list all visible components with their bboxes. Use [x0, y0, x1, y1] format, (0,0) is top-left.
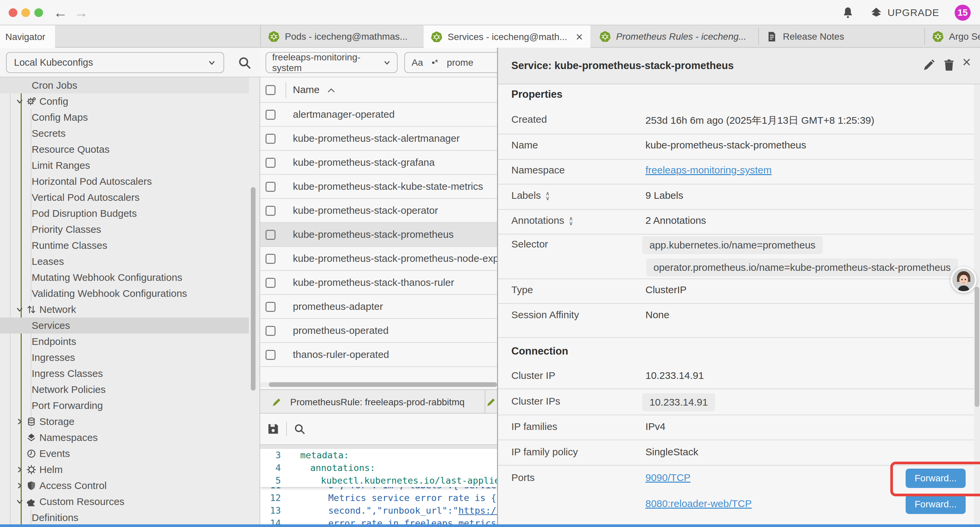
edit-pencil-icon[interactable] — [922, 58, 935, 72]
table-row[interactable]: thanos-ruler-operated — [260, 343, 497, 367]
sidebar-group-access-control[interactable]: Access Control — [0, 478, 249, 494]
labels-value[interactable]: 9 Labels — [646, 190, 683, 201]
forward-button[interactable]: → — [74, 5, 88, 21]
forward-port-button[interactable]: Forward... — [905, 495, 966, 514]
sidebar-item-events[interactable]: Events — [0, 446, 249, 462]
sidebar-item-port-forwarding[interactable]: Port Forwarding — [0, 398, 249, 414]
editor-search-icon[interactable] — [294, 423, 305, 435]
row-checkbox[interactable] — [266, 134, 275, 144]
horizontal-scrollbar[interactable] — [260, 382, 497, 387]
sidebar-item-resource-quotas[interactable]: Resource Quotas — [0, 142, 249, 158]
table-row[interactable]: alertmanager-operated — [260, 103, 497, 127]
annotations-value[interactable]: 2 Annotations — [646, 215, 706, 226]
red-highlight-annotation — [890, 462, 980, 496]
details-scrollbar-track[interactable] — [974, 84, 980, 527]
sidebar-scrollbar[interactable] — [251, 187, 256, 390]
sidebar-item-services[interactable]: Services — [0, 318, 249, 334]
expand-collapse-icon[interactable]: ∧∨ — [546, 191, 549, 201]
table-row-selected[interactable]: kube-prometheus-stack-prometheus — [260, 223, 497, 247]
row-checkbox[interactable] — [266, 206, 275, 216]
save-icon[interactable] — [267, 423, 280, 435]
sidebar-item-cron-jobs[interactable]: Cron Jobs — [0, 77, 249, 93]
sidebar-group-network[interactable]: Network — [0, 301, 249, 318]
table-row[interactable]: kube-prometheus-stack-thanos-ruler — [260, 271, 497, 295]
sidebar-group-storage[interactable]: Storage — [0, 414, 249, 430]
row-checkbox[interactable] — [266, 182, 275, 192]
close-window-button[interactable] — [9, 8, 18, 17]
sidebar-item-limit-ranges[interactable]: Limit Ranges — [0, 158, 249, 174]
sidebar-group-config[interactable]: Config — [0, 93, 249, 110]
table-row[interactable]: kube-prometheus-stack-operator — [260, 199, 497, 223]
row-checkbox[interactable] — [266, 326, 275, 336]
sidebar-item-mutating-webhook-configurations[interactable]: Mutating Webhook Configurations — [0, 269, 249, 285]
assistant-avatar[interactable] — [951, 267, 977, 293]
row-checkbox[interactable] — [266, 254, 275, 264]
sidebar-item-ingresses[interactable]: Ingresses — [0, 350, 249, 366]
sidebar-item-namespaces[interactable]: Namespaces — [0, 430, 249, 446]
properties-heading: Properties — [511, 88, 562, 100]
app-window: ← → UPGRADE 15 Navigator Pods - icecheng… — [0, 0, 980, 527]
navigator-panel-tab[interactable]: Navigator — [0, 25, 55, 48]
sidebar-item-validating-webhook-configurations[interactable]: Validating Webhook Configurations — [0, 285, 249, 301]
editor-tab-prometheusrule[interactable]: PrometheusRule: freeleaps-prod-rabbitmq — [260, 390, 485, 414]
tab-release-notes[interactable]: Release Notes — [759, 25, 924, 48]
tab-pods[interactable]: Pods - icecheng@mathmas... — [260, 25, 422, 48]
kubeconfig-selector[interactable]: Local Kubeconfigs — [6, 52, 224, 73]
tab-prometheus-rules[interactable]: Prometheus Rules - icecheng... — [592, 25, 758, 48]
sidebar-item-runtime-classes[interactable]: Runtime Classes — [0, 237, 249, 253]
name-column-header[interactable]: Name — [293, 84, 320, 96]
expand-collapse-icon[interactable]: ∧∨ — [569, 217, 573, 226]
table-row[interactable]: kube-prometheus-stack-alertmanager — [260, 127, 497, 151]
row-checkbox[interactable] — [266, 158, 275, 168]
table-row[interactable]: prometheus-operated — [260, 319, 497, 343]
sidebar-item-pod-disruption-budgets[interactable]: Pod Disruption Budgets — [0, 205, 249, 221]
editor-tab-partial[interactable] — [486, 390, 497, 414]
bell-icon[interactable] — [842, 6, 854, 19]
sidebar-item-vertical-pod-autoscalers[interactable]: Vertical Pod Autoscalers — [0, 189, 249, 205]
namespace-link[interactable]: freeleaps-monitoring-system — [646, 164, 772, 176]
sidebar-item-network-policies[interactable]: Network Policies — [0, 382, 249, 398]
row-checkbox[interactable] — [266, 278, 275, 288]
table-row[interactable]: kube-prometheus-stack-prometheus-node-ex… — [260, 247, 497, 271]
port-link-9090[interactable]: 9090/TCP — [646, 472, 690, 483]
table-row[interactable]: prometheus-adapter — [260, 295, 497, 319]
close-tab-icon[interactable]: × — [576, 30, 583, 44]
sort-ascending-icon[interactable] — [327, 88, 336, 93]
sidebar-group-custom-resources[interactable]: Custom Resources — [0, 494, 249, 509]
row-checkbox[interactable] — [266, 230, 275, 240]
tab-services[interactable]: Services - icecheng@math... × — [424, 25, 590, 48]
sidebar-item-endpoints[interactable]: Endpoints — [0, 334, 249, 350]
regex-icon[interactable]: ▪* — [432, 57, 438, 68]
upgrade-button[interactable]: UPGRADE — [870, 6, 939, 19]
sidebar-item-horizontal-pod-autoscalers[interactable]: Horizontal Pod Autoscalers — [0, 174, 249, 189]
yaml-editor[interactable]: 11 0","for":"1m","labels":{"service":"m … — [260, 449, 497, 527]
match-case-icon[interactable]: Aa — [412, 57, 423, 68]
notification-badge[interactable]: 15 — [955, 5, 970, 21]
search-value: prome — [447, 57, 473, 68]
table-row[interactable]: kube-prometheus-stack-kube-state-metrics — [260, 175, 497, 199]
namespace-filter-select[interactable]: freeleaps-monitoring-system — [266, 52, 398, 73]
row-checkbox[interactable] — [266, 350, 275, 360]
maximize-window-button[interactable] — [34, 8, 43, 17]
close-icon[interactable]: × — [963, 54, 971, 70]
sidebar-item-priority-classes[interactable]: Priority Classes — [0, 221, 249, 237]
port-link-8080[interactable]: 8080:reloader-web/TCP — [646, 498, 752, 509]
search-icon[interactable] — [237, 56, 251, 70]
list-search-input[interactable]: Aa ▪* prome — [404, 52, 508, 73]
delete-trash-icon[interactable] — [942, 58, 956, 72]
session-affinity-label: Session Affinity — [511, 309, 579, 320]
sidebar-item-ingress-classes[interactable]: Ingress Classes — [0, 366, 249, 382]
sidebar-item-definitions[interactable]: Definitions — [0, 509, 249, 525]
sidebar-group-helm[interactable]: Helm — [0, 462, 249, 478]
tab-argo[interactable]: Argo Se — [925, 25, 980, 48]
sidebar-item-config-maps[interactable]: Config Maps — [0, 110, 249, 126]
details-scrollbar-thumb[interactable] — [975, 287, 979, 407]
minimize-window-button[interactable] — [21, 8, 30, 17]
row-checkbox[interactable] — [266, 302, 275, 312]
row-checkbox[interactable] — [266, 110, 275, 120]
sidebar-item-leases[interactable]: Leases — [0, 253, 249, 269]
sidebar-item-secrets[interactable]: Secrets — [0, 126, 249, 142]
select-all-checkbox[interactable] — [266, 85, 275, 95]
table-row[interactable]: kube-prometheus-stack-grafana — [260, 151, 497, 175]
back-button[interactable]: ← — [53, 5, 67, 21]
